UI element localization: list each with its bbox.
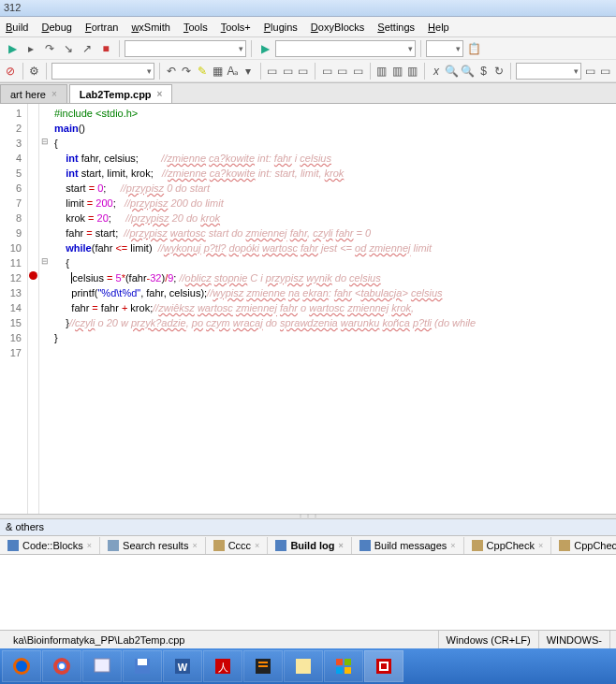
task-pdf[interactable]: 人 xyxy=(203,650,242,682)
status-eol: Windows (CR+LF) xyxy=(439,631,539,648)
sel2-icon[interactable]: ▭ xyxy=(281,63,295,80)
task-notes[interactable] xyxy=(284,650,323,682)
symbol-combo[interactable] xyxy=(51,63,154,80)
zoom-out-icon[interactable]: 🔍 xyxy=(461,63,475,80)
settings-icon[interactable]: $ xyxy=(477,63,491,80)
menu-wxsmith[interactable]: wxSmith xyxy=(131,22,170,33)
play-icon[interactable]: ▶ xyxy=(257,40,273,57)
sel1-icon[interactable]: ▭ xyxy=(266,63,280,80)
win3-icon[interactable]: ▭ xyxy=(351,63,365,80)
tab-label: Build log xyxy=(290,540,334,551)
close-icon[interactable]: × xyxy=(157,89,163,99)
run-to-cursor-icon[interactable]: ▸ xyxy=(22,40,39,57)
task-explorer[interactable] xyxy=(82,650,122,682)
svg-rect-3 xyxy=(275,540,286,551)
close-icon[interactable]: × xyxy=(255,541,259,550)
svg-rect-25 xyxy=(345,659,351,665)
bottom-tab[interactable]: Build messages × xyxy=(352,537,464,554)
close-icon[interactable]: × xyxy=(338,541,343,550)
bottom-tab[interactable]: CppCheck messages × xyxy=(551,537,616,554)
svg-rect-21 xyxy=(258,662,268,663)
debug-target-combo[interactable] xyxy=(125,40,246,57)
editor-tab[interactable]: Lab2Temp.cpp× xyxy=(69,84,173,103)
sel3-icon[interactable]: ▭ xyxy=(297,63,311,80)
menu-settings[interactable]: Settings xyxy=(377,22,415,33)
task-word[interactable]: W xyxy=(163,650,202,682)
line-number-gutter: 1234567891011121314151617 xyxy=(0,104,28,514)
menu-help[interactable]: Help xyxy=(428,22,449,33)
svg-rect-13 xyxy=(95,659,110,672)
var-icon[interactable]: x xyxy=(430,63,444,80)
close-icon[interactable]: × xyxy=(538,541,543,550)
step-into-icon[interactable]: ↘ xyxy=(60,40,77,57)
fold-gutter[interactable]: ⊟⊟ xyxy=(39,104,51,514)
task-save[interactable] xyxy=(123,650,162,682)
redo-icon[interactable]: ↷ xyxy=(180,63,194,80)
breakpoint-icon[interactable] xyxy=(29,271,37,280)
win1-icon[interactable]: ▭ xyxy=(320,63,334,80)
tab-label: CppCheck xyxy=(487,540,535,551)
close-icon[interactable]: × xyxy=(450,541,455,550)
menu-fortran[interactable]: Fortran xyxy=(85,22,118,33)
step-out-icon[interactable]: ↗ xyxy=(79,40,95,57)
task-firefox[interactable] xyxy=(2,650,41,682)
highlight-icon[interactable]: ✎ xyxy=(196,63,210,80)
build-icon[interactable]: ⚙ xyxy=(27,63,41,80)
editor-tab[interactable]: art here× xyxy=(0,84,67,103)
menu-doxyblocks[interactable]: DoxyBlocks xyxy=(311,22,364,33)
breakpoint-gutter[interactable] xyxy=(28,104,39,514)
debug-continue-icon[interactable]: ▶ xyxy=(4,40,21,57)
view3-icon[interactable]: ▥ xyxy=(405,63,419,80)
task-windows[interactable] xyxy=(324,650,363,682)
tab-label: art here xyxy=(10,89,46,100)
format-icon[interactable]: Aₐ xyxy=(227,63,241,80)
task-media[interactable] xyxy=(243,650,283,682)
svg-rect-22 xyxy=(258,665,268,667)
menu-plugins[interactable]: Plugins xyxy=(264,22,298,33)
paste-icon[interactable]: 📋 xyxy=(465,40,482,57)
browse2-icon[interactable]: ▭ xyxy=(599,63,613,80)
menu-tools[interactable]: Tools xyxy=(183,22,208,33)
toolbar-row-1: ▶ ▸ ↷ ↘ ↗ ■ ▶ 📋 xyxy=(0,37,616,60)
view2-icon[interactable]: ▥ xyxy=(390,63,404,80)
abort-icon[interactable]: ⊘ xyxy=(4,63,18,80)
close-icon[interactable]: × xyxy=(51,89,57,99)
bottom-tab[interactable]: Build log × xyxy=(268,537,351,554)
browse1-icon[interactable]: ▭ xyxy=(583,63,597,80)
menu-tools+[interactable]: Tools+ xyxy=(221,22,251,33)
task-chrome[interactable] xyxy=(42,650,81,682)
status-path: ka\Bioinformatyka_PP\Lab2Temp.cpp xyxy=(6,631,439,648)
bottom-tab[interactable]: Search results × xyxy=(100,537,206,554)
bottom-tab[interactable]: Cccc × xyxy=(206,537,269,554)
svg-text:W: W xyxy=(178,662,188,673)
tab-label: Search results xyxy=(123,540,188,551)
undo-icon[interactable]: ↶ xyxy=(165,63,179,80)
tab-icon xyxy=(472,540,483,551)
view1-icon[interactable]: ▥ xyxy=(374,63,389,80)
menu-build[interactable]: Build xyxy=(6,22,28,33)
tab-icon xyxy=(559,540,570,551)
extra-combo[interactable] xyxy=(426,40,463,57)
block-icon[interactable]: ▦ xyxy=(211,63,225,80)
bottom-tab[interactable]: CppCheck × xyxy=(464,537,552,554)
code-editor[interactable]: 1234567891011121314151617 ⊟⊟ #include <s… xyxy=(0,104,616,514)
step-over-icon[interactable]: ↷ xyxy=(41,40,58,57)
win2-icon[interactable]: ▭ xyxy=(335,63,349,80)
bottom-tab[interactable]: Code::Blocks × xyxy=(0,537,100,554)
target-combo[interactable] xyxy=(275,40,416,57)
refresh-icon[interactable]: ↻ xyxy=(492,63,506,80)
close-icon[interactable]: × xyxy=(192,541,197,550)
menu-debug[interactable]: Debug xyxy=(41,22,71,33)
stop-icon[interactable]: ■ xyxy=(97,40,114,57)
close-icon[interactable]: × xyxy=(87,541,92,550)
find-combo[interactable] xyxy=(516,63,581,80)
build-log-content[interactable] xyxy=(0,555,616,630)
zoom-icon[interactable]: 🔍 xyxy=(445,63,459,80)
svg-point-9 xyxy=(16,661,27,672)
svg-rect-27 xyxy=(345,667,351,674)
task-codeblocks[interactable] xyxy=(364,650,403,682)
code-area[interactable]: #include <stdio.h>main(){ int fahr, cels… xyxy=(51,104,616,514)
tab-icon xyxy=(7,540,19,551)
svg-rect-30 xyxy=(381,663,387,669)
dropdown-icon[interactable]: ▾ xyxy=(242,63,256,80)
